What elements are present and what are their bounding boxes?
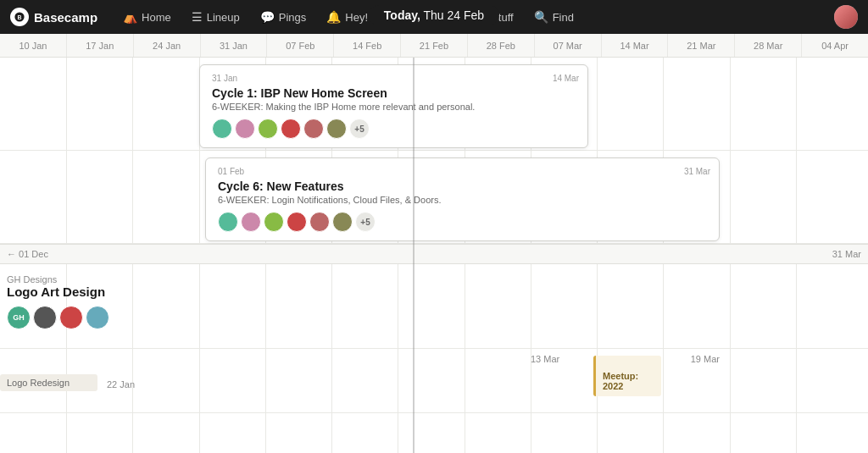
app-name: Basecamp: [34, 10, 97, 25]
gh-designs-row: GH Designs Logo Art Design GH: [0, 264, 868, 349]
cycle1-end-date: 14 Mar: [553, 74, 579, 83]
lineup-icon: ☰: [192, 10, 203, 24]
gh-end-label: 31 Mar: [832, 249, 861, 259]
cycle6-title: Cycle 6: New Features: [218, 180, 707, 193]
avatar-5: [303, 119, 324, 139]
cycle6-avatars: +5: [218, 212, 707, 232]
av-c6-2: [241, 212, 261, 232]
cycle6-avatar-count: +5: [355, 212, 376, 232]
cycle1-description: 6-WEEKER: Making the IBP Home more relev…: [212, 102, 576, 112]
logo-redesign-end-date: 22 Jan: [107, 379, 135, 389]
today-badge: Today, Thu 24 Feb: [369, 5, 499, 25]
cycle6-row: 01 Feb 31 Mar Cycle 6: New Features 6-WE…: [0, 151, 868, 244]
nav-home[interactable]: ⛺ Home: [114, 6, 180, 28]
nav-pings-label: Pings: [279, 11, 307, 24]
gh-content: GH Designs Logo Art Design GH: [7, 274, 109, 329]
today-bold: Today,: [384, 8, 420, 22]
meetup-label: Meetup: 2022: [603, 371, 638, 391]
cycle1-avatars: +5: [212, 119, 576, 139]
cycle6-start-date: 01 Feb: [218, 167, 707, 176]
gh-back-arrow: ← 01 Dec: [0, 249, 48, 259]
col-24jan: 24 Jan: [134, 34, 201, 57]
logo-redesign-label: Logo Redesign: [7, 378, 70, 388]
logo-redesign-block[interactable]: Logo Redesign: [0, 374, 97, 391]
avatar-6: [326, 119, 347, 139]
nav-find[interactable]: 🔍 Find: [526, 6, 582, 28]
today-line: [413, 58, 415, 453]
cycle1-row: 31 Jan 14 Mar Cycle 1: IBP New Home Scre…: [0, 58, 868, 151]
col-07feb: 07 Feb: [267, 34, 334, 57]
av-c6-1: [218, 212, 238, 232]
col-14mar: 14 Mar: [602, 34, 669, 57]
col-21feb: 21 Feb: [401, 34, 468, 57]
gh-avatars: GH: [7, 306, 109, 329]
avatar-4: [281, 119, 301, 139]
avatar-2: [235, 119, 255, 139]
cycle1-start-date: 31 Jan: [212, 74, 576, 83]
today-date: Thu 24 Feb: [420, 8, 484, 22]
col-17jan: 17 Jan: [67, 34, 134, 57]
col-10jan: 10 Jan: [0, 34, 67, 57]
av-c6-4: [287, 212, 307, 232]
pings-icon: 💬: [260, 10, 275, 24]
col-14feb: 14 Feb: [334, 34, 401, 57]
gh-av-4: [86, 306, 109, 329]
col-04apr: 04 Apr: [802, 34, 868, 57]
col-28feb: 28 Feb: [468, 34, 535, 57]
gh-av-2: [33, 306, 57, 329]
nav-lineup-label: Lineup: [207, 11, 240, 24]
home-icon: ⛺: [123, 10, 137, 24]
cycle6-end-date: 31 Mar: [684, 167, 710, 176]
nav-lineup[interactable]: ☰ Lineup: [183, 6, 248, 28]
meetup-row: 13 Mar Meetup: 2022 19 Mar Logo Redesign…: [0, 349, 868, 413]
col-07mar: 07 Mar: [535, 34, 602, 57]
timeline-header: 10 Jan 17 Jan 24 Jan 31 Jan 07 Feb 14 Fe…: [0, 34, 868, 58]
gh-project-name: Logo Art Design: [7, 285, 109, 299]
meetup-block[interactable]: Meetup: 2022: [593, 356, 661, 396]
cycle1-block[interactable]: 31 Jan 14 Mar Cycle 1: IBP New Home Scre…: [199, 64, 588, 148]
gh-divider-row: ← 01 Dec 31 Mar: [0, 244, 868, 264]
av-c6-5: [309, 212, 330, 232]
nav-pings[interactable]: 💬 Pings: [252, 6, 315, 28]
cycle6-description: 6-WEEKER: Login Notifications, Cloud Fil…: [218, 195, 707, 205]
nav-find-label: Find: [553, 11, 574, 24]
logo[interactable]: B Basecamp: [10, 8, 97, 26]
timeline-body: 31 Jan 14 Mar Cycle 1: IBP New Home Scre…: [0, 58, 868, 453]
avatar-3: [258, 119, 278, 139]
gh-av-1: GH: [7, 306, 31, 329]
col-31jan: 31 Jan: [201, 34, 268, 57]
cycle1-title: Cycle 1: IBP New Home Screen: [212, 86, 576, 100]
gh-av-3: [59, 306, 83, 329]
nav-home-label: Home: [142, 11, 171, 24]
meetup-start-label: 13 Mar: [531, 354, 559, 364]
logo-icon: B: [10, 8, 29, 26]
svg-text:B: B: [17, 14, 21, 20]
hey-icon: 🔔: [326, 10, 341, 24]
nav-hey[interactable]: 🔔 Hey!: [318, 6, 376, 28]
col-28mar: 28 Mar: [735, 34, 802, 57]
av-c6-3: [264, 212, 284, 232]
nav-hey-label: Hey!: [345, 11, 368, 24]
cycle1-avatar-count: +5: [349, 119, 370, 139]
col-21mar: 21 Mar: [668, 34, 735, 57]
avatar-1: [212, 119, 232, 139]
find-icon: 🔍: [534, 10, 548, 24]
cycle6-block[interactable]: 01 Feb 31 Mar Cycle 6: New Features 6-WE…: [205, 157, 720, 241]
top-navigation: B Basecamp ⛺ Home ☰ Lineup 💬 Pings 🔔 Hey…: [0, 0, 868, 34]
gh-company-name: GH Designs: [7, 274, 109, 285]
av-c6-6: [332, 212, 353, 232]
meetup-end-label: 19 Mar: [691, 354, 720, 364]
user-avatar[interactable]: [834, 5, 858, 29]
